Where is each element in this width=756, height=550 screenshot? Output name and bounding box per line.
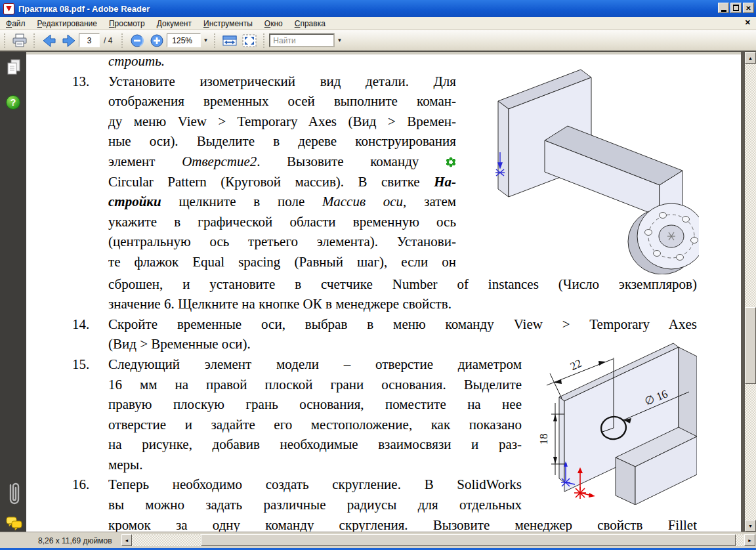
vertical-scroll-thumb[interactable] bbox=[745, 307, 756, 384]
text-line: Следующий элемент модели – отверстие диа… bbox=[108, 354, 522, 375]
toolbar-grip[interactable] bbox=[213, 33, 217, 48]
text-line: меры. bbox=[108, 455, 522, 475]
restore-icon bbox=[733, 5, 739, 11]
scroll-up-button[interactable]: ▲ bbox=[745, 52, 756, 64]
print-button[interactable] bbox=[10, 32, 30, 49]
page-size-label: 8,26 x 11,69 дюймов bbox=[38, 536, 112, 545]
attachments-panel-button[interactable] bbox=[6, 480, 22, 513]
window-title: Практика 08.pdf - Adobe Reader bbox=[18, 4, 150, 14]
close-icon: ✕ bbox=[746, 5, 751, 12]
find-dropdown-arrow-icon[interactable]: ▼ bbox=[335, 33, 344, 47]
text-line: ду меню View > Temporary Axes (Вид > Вре… bbox=[108, 112, 456, 132]
dim-label-18: 18 bbox=[539, 434, 550, 445]
page-number-input[interactable] bbox=[79, 33, 100, 47]
pages-panel-button[interactable] bbox=[6, 59, 22, 79]
text-line: вы можно задать различные радиусы для от… bbox=[108, 495, 522, 515]
horizontal-scroll-track[interactable] bbox=[132, 534, 744, 546]
fit-page-icon bbox=[242, 33, 257, 48]
text-line: правую плоскую грань основания, поместит… bbox=[108, 394, 522, 415]
item-16-text-wide: кромок за одну команду скругления. Вызов… bbox=[108, 515, 697, 532]
scroll-down-button[interactable]: ▼ bbox=[745, 520, 756, 532]
arrow-left-icon bbox=[41, 33, 57, 48]
fit-width-icon bbox=[222, 33, 238, 48]
zoom-out-icon bbox=[130, 33, 144, 48]
item-number: 16. bbox=[72, 475, 89, 495]
zoom-in-button[interactable] bbox=[147, 32, 167, 49]
pdf-page: строить. 13. Установите изометрический в… bbox=[26, 54, 741, 532]
zoom-level-value[interactable]: 125% bbox=[167, 33, 201, 47]
navigation-sidebar: ? bbox=[0, 52, 26, 532]
text-line: отверстие и задайте его местоположение, … bbox=[108, 415, 522, 435]
text-line: те флажок Equal spacing (Равный шаг), ес… bbox=[108, 252, 456, 272]
text-line: кромок за одну команду скругления. Вызов… bbox=[108, 515, 697, 532]
menu-window[interactable]: Окно bbox=[259, 18, 289, 30]
text-line: элемент Отверстие2. Вызовите команду bbox=[108, 152, 456, 172]
circular-pattern-icon bbox=[446, 157, 456, 167]
item-number: 14. bbox=[72, 314, 89, 335]
close-button[interactable]: ✕ bbox=[743, 3, 754, 13]
text-line: Установите изометрический вид детали. Дл… bbox=[108, 72, 456, 92]
text-line: 16 мм на правой плоской грани основания.… bbox=[108, 375, 522, 395]
title-bar: Практика 08.pdf - Adobe Reader ✕ bbox=[0, 0, 756, 17]
vertical-scrollbar[interactable]: ▲ ▼ bbox=[745, 52, 756, 532]
comments-icon bbox=[6, 517, 23, 531]
figure-hole-sketch: 22 18 ∅ 16 bbox=[539, 341, 697, 507]
toolbar-grip[interactable] bbox=[262, 33, 266, 48]
item-15-text: Следующий элемент модели – отверстие диа… bbox=[108, 354, 522, 475]
toolbar-grip[interactable] bbox=[121, 33, 124, 48]
document-close-icon[interactable]: ✕ bbox=[745, 18, 751, 27]
horizontal-scroll-thumb[interactable] bbox=[201, 534, 736, 546]
question-icon: ? bbox=[10, 97, 16, 108]
zoom-dropdown-arrow-icon[interactable]: ▼ bbox=[201, 33, 210, 47]
menu-edit[interactable]: Редактирование bbox=[32, 18, 103, 30]
fit-width-button[interactable] bbox=[220, 32, 240, 49]
menu-bar: Файл Редактирование Просмотр Документ Ин… bbox=[0, 17, 756, 30]
zoom-out-button[interactable] bbox=[127, 32, 147, 49]
toolbar: / 4 125% ▼ ▼ bbox=[0, 30, 756, 51]
page-count-label: / 4 bbox=[104, 36, 112, 45]
dim-label-22: 22 bbox=[568, 357, 583, 373]
item-13-text-wide: сброшен, и установите в счетчике Number … bbox=[108, 274, 697, 314]
menu-file[interactable]: Файл bbox=[0, 18, 32, 30]
toolbar-grip[interactable] bbox=[3, 33, 7, 48]
adobe-reader-icon bbox=[3, 3, 14, 14]
find-input[interactable] bbox=[269, 33, 335, 47]
text-line: отображения временных осей выполните ком… bbox=[108, 91, 456, 112]
paperclip-icon bbox=[6, 480, 22, 510]
menu-tools[interactable]: Инструменты bbox=[198, 18, 259, 30]
menu-help[interactable]: Справка bbox=[289, 18, 331, 30]
text-line: Circular Pattern (Круговой массив). В св… bbox=[108, 172, 456, 192]
item-13-text-narrow: Установите изометрический вид детали. Дл… bbox=[108, 72, 456, 272]
item-16-text-narrow: Теперь необходимо создать скругление. В … bbox=[108, 475, 522, 515]
restore-button[interactable] bbox=[730, 3, 742, 13]
previous-page-button[interactable] bbox=[39, 32, 59, 49]
text-line: укажите в графической области временную … bbox=[108, 212, 456, 232]
menu-view[interactable]: Просмотр bbox=[103, 18, 151, 30]
item-number: 13. bbox=[72, 72, 89, 92]
text-line: ные оси). Выделите в дереве конструирова… bbox=[108, 131, 456, 152]
menu-document[interactable]: Документ bbox=[151, 18, 198, 30]
next-page-button[interactable] bbox=[59, 32, 79, 49]
scroll-right-button[interactable]: ► bbox=[744, 534, 755, 546]
toolbar-grip[interactable] bbox=[33, 33, 36, 48]
scroll-left-button[interactable]: ◄ bbox=[121, 534, 132, 546]
vertical-scroll-track[interactable] bbox=[745, 64, 756, 520]
item-number: 15. bbox=[72, 354, 89, 375]
zoom-in-icon bbox=[150, 33, 164, 48]
print-icon bbox=[12, 33, 28, 48]
text-line: стройки щелкните в поле Массив оси, зате… bbox=[108, 192, 456, 212]
text-line: Теперь необходимо создать скругление. В … bbox=[108, 475, 522, 495]
document-pane: строить. 13. Установите изометрический в… bbox=[26, 52, 741, 532]
text-line: Скройте временные оси, выбрав в меню ком… bbox=[108, 314, 697, 335]
text-line: сброшен, и установите в счетчике Number … bbox=[108, 274, 697, 295]
figure-isometric-part bbox=[489, 60, 699, 277]
fit-page-button[interactable] bbox=[240, 32, 259, 49]
how-to-button[interactable]: ? bbox=[6, 95, 20, 110]
minimize-button[interactable] bbox=[718, 3, 729, 13]
arrow-right-icon bbox=[61, 33, 77, 48]
text-line: (центральную ось третьего элемента). Уст… bbox=[108, 232, 456, 252]
pages-icon bbox=[6, 59, 22, 76]
status-bar: 8,26 x 11,69 дюймов ◄ ► bbox=[0, 532, 756, 548]
text-line: значение 6. Щелкните на кнопке ОК в мене… bbox=[108, 294, 697, 314]
minimize-icon bbox=[721, 10, 726, 12]
